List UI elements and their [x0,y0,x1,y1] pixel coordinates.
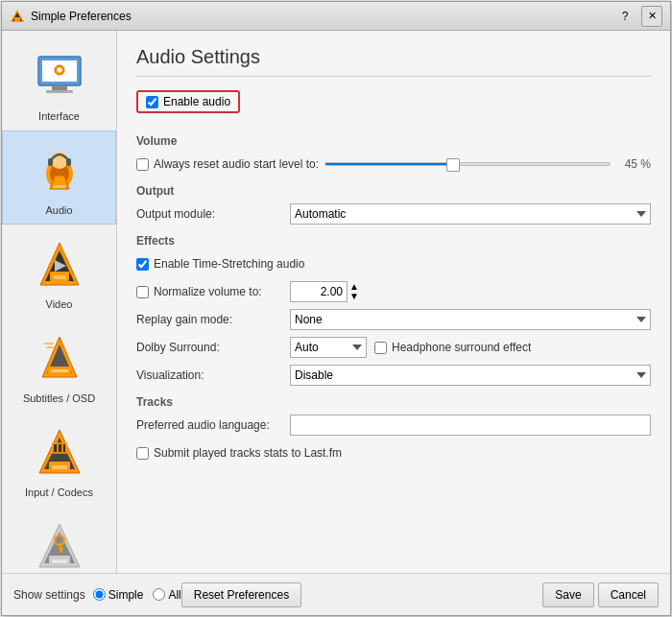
hotkeys-icon [29,515,90,573]
sidebar-item-subtitles[interactable]: Subtitles / OSD [2,319,116,413]
sidebar-subtitles-label: Subtitles / OSD [23,392,95,404]
always-reset-checkbox[interactable] [136,158,149,171]
bottom-bar: Show settings Simple All Reset Preferenc… [2,573,670,615]
volume-pct: 45 % [616,157,651,171]
help-button[interactable]: ? [614,6,636,27]
svg-rect-13 [66,158,71,166]
settings-mode-group: Simple All [93,588,181,602]
normalize-label[interactable]: Normalize volume to: [136,285,290,298]
svg-rect-5 [52,85,67,90]
effects-section-header: Effects [136,234,651,248]
show-settings-label: Show settings [13,588,85,602]
sidebar-item-interface[interactable]: Interface [2,36,116,131]
svg-rect-32 [54,444,57,452]
close-button[interactable]: ✕ [641,6,662,27]
title-bar-title: Simple Preferences [31,10,614,23]
sidebar: Interface [2,31,117,573]
vlc-icon [10,9,25,24]
always-reset-row: Always reset audio start level to: 45 % [136,154,651,175]
visualization-select[interactable]: Disable Goom ProjectM Visual Spectromete… [290,365,651,386]
normalize-spinbox[interactable] [290,281,348,302]
always-reset-label[interactable]: Always reset audio start level to: [136,157,319,171]
simple-radio[interactable] [93,588,106,601]
time-stretch-label[interactable]: Enable Time-Stretching audio [136,257,304,271]
volume-section-header: Volume [136,134,651,148]
input-icon [29,421,90,483]
enable-audio-container: Enable audio [136,90,240,113]
sidebar-item-video[interactable]: Video [2,225,116,319]
dolby-label: Dolby Surround: [136,341,290,354]
tracks-section-header: Tracks [136,395,651,409]
all-radio-label[interactable]: All [153,588,180,602]
dolby-group: Auto On Off Headphone surround effect [290,337,531,358]
subtitles-icon [29,327,90,389]
time-stretch-checkbox[interactable] [136,258,149,271]
preferred-lang-input[interactable] [290,415,651,436]
sidebar-video-label: Video [46,298,73,310]
headphone-checkbox[interactable] [374,342,387,354]
content-panel: Audio Settings Enable audio Volume Alway… [117,31,670,573]
svg-rect-38 [52,559,67,563]
preferred-lang-row: Preferred audio language: [136,415,651,436]
output-module-label: Output module: [136,207,290,221]
simple-radio-label[interactable]: Simple [93,588,144,602]
panel-title: Audio Settings [136,46,651,77]
interface-icon [29,45,90,107]
svg-rect-42 [60,551,62,553]
svg-rect-19 [53,275,66,279]
volume-slider-container: 45 % [319,157,651,171]
title-bar: Simple Preferences ? ✕ [2,2,670,31]
svg-rect-41 [60,548,63,550]
volume-slider-track [324,162,611,166]
svg-rect-2 [14,17,20,21]
save-button[interactable]: Save [542,582,593,607]
time-stretch-row: Enable Time-Stretching audio [136,253,651,274]
svg-rect-15 [54,185,65,188]
replay-gain-select[interactable]: None Track Album [290,309,651,330]
lastfm-label[interactable]: Submit played tracks stats to Last.fm [136,446,342,460]
volume-slider-fill [325,163,453,165]
visualization-row: Visualization: Disable Goom ProjectM Vis… [136,365,651,386]
svg-rect-6 [46,90,73,93]
volume-slider-thumb[interactable] [446,158,460,172]
svg-rect-30 [52,465,67,469]
normalize-checkbox[interactable] [136,286,149,298]
cancel-button[interactable]: Cancel [598,582,659,607]
output-section-header: Output [136,184,651,198]
normalize-row: Normalize volume to: ▲ ▼ [136,281,651,302]
svg-rect-33 [59,444,61,452]
lastfm-checkbox[interactable] [136,447,149,460]
video-icon [29,233,90,295]
svg-rect-25 [44,343,54,344]
headphone-label[interactable]: Headphone surround effect [374,341,531,354]
sidebar-item-input[interactable]: Input / Codecs [2,413,116,507]
svg-rect-24 [51,369,68,372]
visualization-label: Visualization: [136,368,290,382]
output-module-row: Output module: Automatic DirectSound aud… [136,203,651,225]
reset-preferences-button[interactable]: Reset Preferences [181,582,301,607]
svg-rect-34 [63,444,65,452]
sidebar-audio-label: Audio [45,204,72,216]
svg-point-8 [57,68,61,73]
lastfm-row: Submit played tracks stats to Last.fm [136,442,651,463]
preferred-lang-label: Preferred audio language: [136,418,290,432]
audio-icon [29,139,90,201]
main-content: Interface [2,31,670,573]
output-module-select[interactable]: Automatic DirectSound audio output WaveO… [290,203,651,225]
sidebar-item-hotkeys[interactable]: Hotkeys [2,507,116,573]
sidebar-item-audio[interactable]: Audio [2,131,116,225]
dolby-row: Dolby Surround: Auto On Off Headphone su… [136,337,651,358]
sidebar-input-label: Input / Codecs [25,486,93,498]
replay-gain-label: Replay gain mode: [136,313,290,326]
enable-audio-label[interactable]: Enable audio [163,95,230,108]
svg-rect-26 [46,346,54,348]
sidebar-interface-label: Interface [38,110,80,122]
replay-gain-row: Replay gain mode: None Track Album [136,309,651,330]
dialog-window: Simple Preferences ? ✕ [1,1,671,616]
enable-audio-checkbox[interactable] [146,96,158,108]
dolby-select[interactable]: Auto On Off [290,337,367,358]
spinbox-arrows[interactable]: ▲ ▼ [349,282,359,301]
svg-rect-12 [48,158,53,166]
all-radio[interactable] [153,588,165,601]
